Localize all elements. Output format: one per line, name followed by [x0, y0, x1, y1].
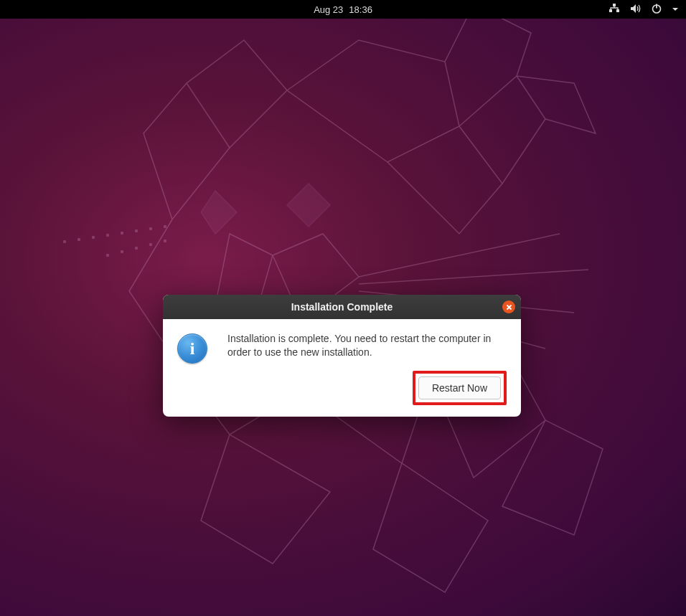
svg-point-16 — [64, 241, 66, 243]
svg-rect-1 — [609, 9, 612, 12]
restart-now-button[interactable]: Restart Now — [418, 376, 501, 399]
svg-point-11 — [136, 230, 138, 232]
dialog-titlebar[interactable]: Installation Complete — [163, 295, 521, 319]
svg-point-19 — [136, 247, 138, 250]
svg-point-21 — [107, 255, 109, 257]
svg-rect-0 — [613, 4, 616, 6]
network-icon[interactable] — [609, 4, 620, 16]
restart-highlight: Restart Now — [413, 371, 507, 405]
top-bar: Aug 23 18:36 — [0, 0, 686, 19]
svg-point-10 — [150, 228, 152, 230]
desktop-wallpaper: Installation Complete i Installation is … — [0, 19, 686, 616]
svg-point-12 — [121, 232, 123, 234]
date-text: Aug 23 — [314, 4, 343, 15]
dialog-body: i Installation is complete. You need to … — [163, 319, 521, 417]
installation-complete-dialog: Installation Complete i Installation is … — [163, 295, 521, 417]
clock[interactable]: Aug 23 18:36 — [314, 4, 372, 15]
svg-rect-2 — [616, 9, 619, 12]
svg-point-17 — [164, 240, 166, 242]
chevron-down-icon[interactable] — [672, 4, 679, 15]
power-icon[interactable] — [652, 4, 662, 16]
time-text: 18:36 — [349, 4, 372, 15]
dialog-actions: Restart Now — [227, 371, 507, 405]
info-icon: i — [177, 333, 207, 364]
svg-point-9 — [164, 226, 166, 228]
svg-point-18 — [150, 244, 152, 246]
svg-line-5 — [359, 234, 560, 277]
svg-point-20 — [121, 251, 123, 253]
dialog-message: Installation is complete. You need to re… — [227, 332, 507, 359]
volume-icon[interactable] — [630, 4, 642, 16]
system-indicators[interactable] — [609, 4, 679, 16]
dialog-content: Installation is complete. You need to re… — [227, 332, 507, 405]
svg-line-6 — [359, 270, 588, 284]
dialog-title: Installation Complete — [291, 301, 393, 313]
svg-point-13 — [107, 234, 109, 237]
close-button[interactable] — [502, 300, 515, 313]
svg-point-15 — [78, 239, 80, 241]
svg-point-14 — [93, 237, 95, 239]
close-icon — [506, 304, 512, 311]
